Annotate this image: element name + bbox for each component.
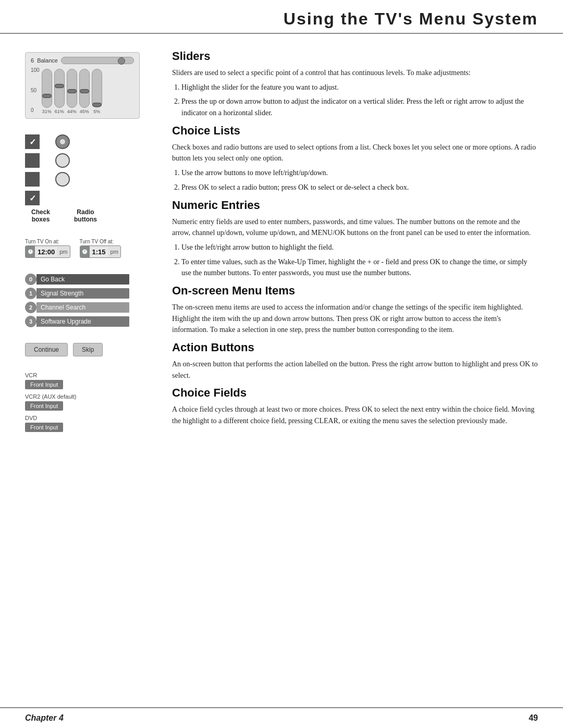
balance-slider-row: 6 Balance <box>31 57 134 64</box>
choice-field-vcr2: VCR2 (AUX default) Front Input <box>25 393 124 411</box>
numeric-intro: Numeric entry fields are used to enter n… <box>172 216 538 239</box>
v-thumb-3 <box>67 89 77 93</box>
v-thumb-5 <box>92 103 102 107</box>
slider-illustration: 6 Balance 100 50 0 <box>25 52 151 119</box>
skip-button[interactable]: Skip <box>73 343 103 356</box>
main-content: 6 Balance 100 50 0 <box>0 34 563 479</box>
checkbox-4 <box>25 191 40 205</box>
action-buttons-title: Action Buttons <box>172 341 538 354</box>
turn-off-ampm: pm <box>108 248 120 256</box>
page-title: Using the TV's Menu System <box>25 9 538 29</box>
section-action-buttons: Action Buttons An on-screen button that … <box>172 341 538 381</box>
sliders-step-1: Highlight the slider for the feature you… <box>181 82 538 93</box>
choice-lists-steps: Use the arrow buttons to move left/right… <box>181 167 538 193</box>
turn-off-label: Turn TV Off at: <box>80 239 121 244</box>
slider-box: 6 Balance 100 50 0 <box>25 52 140 119</box>
numeric-illustration: Turn TV On at: 🕛 12:00 pm Turn TV Off at… <box>25 239 151 258</box>
field-turn-off: Turn TV Off at: 🕐 1:15 pm <box>80 239 121 258</box>
right-column: Sliders Sliders are used to select a spe… <box>162 34 563 448</box>
numeric-title: Numeric Entries <box>172 199 538 212</box>
radio-3 <box>55 172 70 187</box>
cb-rb-group <box>25 134 151 205</box>
cb-rb-labels-row: Check boxes Radio buttons <box>25 208 151 223</box>
menu-item-0: 0 Go Back <box>25 274 129 285</box>
section-onscreen-menu: On-screen Menu Items The on-screen menu … <box>172 284 538 336</box>
v-thumb-4 <box>80 89 89 93</box>
v-slider-2: 61% <box>54 69 65 114</box>
onscreen-menu-title: On-screen Menu Items <box>172 284 538 298</box>
radio-buttons-label: Radio buttons <box>70 208 101 223</box>
clock-icon-on: 🕛 <box>26 246 35 257</box>
checkbox-3 <box>25 172 40 187</box>
choice-fields-intro: A choice field cycles through at least t… <box>172 404 538 426</box>
choice-lists-intro: Check boxes and radio buttons are used t… <box>172 142 538 164</box>
radio-2 <box>55 153 70 168</box>
v-labels: 100 50 0 <box>31 67 40 114</box>
v-slider-1: 31% <box>42 69 52 114</box>
choice-lists-step-1: Use the arrow buttons to move left/right… <box>181 167 538 179</box>
checkboxes-group <box>25 134 40 205</box>
balance-thumb <box>118 57 125 65</box>
balance-label: Balance <box>37 57 61 64</box>
action-buttons-intro: An on-screen button that performs the ac… <box>172 359 538 381</box>
check-boxes-label: Check boxes <box>25 208 56 223</box>
balance-number: 6 <box>31 57 34 64</box>
turn-on-label: Turn TV On at: <box>25 239 70 244</box>
menu-item-2: 2 Channel Search <box>25 302 129 313</box>
turn-on-value: 12:00 <box>35 247 57 257</box>
v-thumb-1 <box>42 94 52 98</box>
sliders-title: Sliders <box>172 50 538 63</box>
page-footer: Chapter 4 49 <box>0 707 563 728</box>
onscreen-menu-intro: The on-screen menu items are used to acc… <box>172 302 538 336</box>
turn-on-ampm: pm <box>57 248 69 256</box>
left-column: 6 Balance 100 50 0 <box>0 34 162 448</box>
footer-page-number: 49 <box>529 713 538 723</box>
page-header: Using the TV's Menu System <box>0 0 563 34</box>
v-thumb-2 <box>55 84 64 88</box>
sliders-intro: Sliders are used to select a specific po… <box>172 67 538 79</box>
choice-field-dvd: DVD Front Input <box>25 415 124 432</box>
choice-field-vcr: VCR Front Input <box>25 372 124 389</box>
choice-fields-title: Choice Fields <box>172 386 538 400</box>
section-sliders: Sliders Sliders are used to select a spe… <box>172 50 538 119</box>
checkbox-2 <box>25 153 40 168</box>
v-slider-5: 5% <box>92 69 102 114</box>
numeric-steps: Use the left/right arrow button to highl… <box>181 242 538 279</box>
choice-lists-step-2: Press OK to select a radio button; press… <box>181 182 538 193</box>
footer-chapter: Chapter 4 <box>25 713 64 723</box>
menu-item-3: 3 Software Upgrade <box>25 316 129 327</box>
sliders-steps: Highlight the slider for the feature you… <box>181 82 538 119</box>
radio-1 <box>55 134 70 149</box>
numeric-fields-box: Turn TV On at: 🕛 12:00 pm Turn TV Off at… <box>25 239 134 258</box>
balance-track <box>61 57 134 64</box>
radiobuttons-group <box>55 134 70 187</box>
field-turn-on: Turn TV On at: 🕛 12:00 pm <box>25 239 70 258</box>
v-slider-4: 45% <box>79 69 90 114</box>
menu-item-1: 1 Signal Strength <box>25 288 129 299</box>
v-slider-3: 44% <box>67 69 77 114</box>
section-numeric: Numeric Entries Numeric entry fields are… <box>172 199 538 279</box>
numeric-step-1: Use the left/right arrow button to highl… <box>181 242 538 253</box>
menu-items-illustration: 0 Go Back 1 Signal Strength 2 Channel Se… <box>25 274 151 327</box>
checkbox-1 <box>25 134 40 149</box>
action-buttons-illustration: Continue Skip <box>25 343 151 356</box>
checkbox-radio-illustration: Check boxes Radio buttons <box>25 134 151 223</box>
sliders-step-2: Press the up or down arrow button to adj… <box>181 96 538 118</box>
section-choice-lists: Choice Lists Check boxes and radio butto… <box>172 124 538 193</box>
choice-fields-illustration: VCR Front Input VCR2 (AUX default) Front… <box>25 372 151 432</box>
numeric-step-2: To enter time values, such as the Wake-U… <box>181 256 538 279</box>
choice-lists-title: Choice Lists <box>172 124 538 138</box>
section-choice-fields: Choice Fields A choice field cycles thro… <box>172 386 538 426</box>
turn-off-value: 1:15 <box>90 247 108 257</box>
clock-icon-off: 🕐 <box>80 246 90 257</box>
continue-button[interactable]: Continue <box>25 343 68 356</box>
